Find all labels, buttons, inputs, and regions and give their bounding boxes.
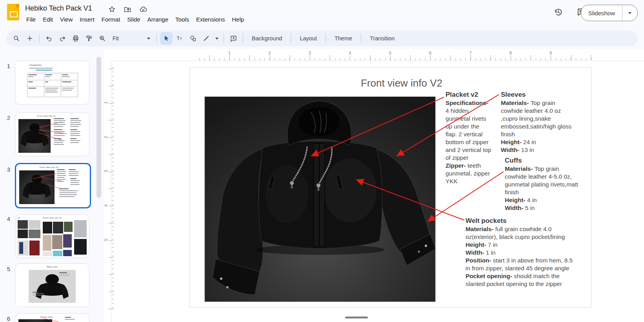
annotation-paragraph: Height- 24 in xyxy=(501,138,578,146)
annotation-heading: Cuffs xyxy=(505,156,582,165)
slide-thumbnail-2[interactable]: Front view info v1 xyxy=(15,112,89,156)
annotation-paragraph: Width- 1 in xyxy=(466,249,579,257)
line-tool-dropdown-icon[interactable] xyxy=(213,32,220,45)
annotation-paragraph: Height- 7 in xyxy=(466,241,579,249)
textbox-placket[interactable]: Placket v2Specifications-4 hidden gunmet… xyxy=(446,90,492,185)
menu-item-file[interactable]: File xyxy=(23,15,39,24)
paint-format-button[interactable] xyxy=(83,32,95,45)
select-tool-button[interactable] xyxy=(160,32,173,45)
menu-item-format[interactable]: Format xyxy=(98,15,124,24)
h-ruler-number-2: 2 xyxy=(268,51,271,55)
v-ruler-number-5: 5 xyxy=(104,239,108,241)
document-title[interactable]: Hebiko Tech Pack V1 xyxy=(25,4,92,13)
annotation-paragraph: 4 hidden gunmetal rivets up under the fl… xyxy=(446,107,492,162)
h-ruler-number-9: 9 xyxy=(549,51,552,55)
thumb6-title: Interior view xyxy=(15,316,89,318)
text-box-button[interactable]: TT xyxy=(173,32,186,45)
h-ruler-number-8: 8 xyxy=(509,51,512,55)
menu-item-slide[interactable]: Slide xyxy=(124,15,144,24)
zoom-icon[interactable] xyxy=(96,32,109,45)
h-ruler-number-1: 1 xyxy=(228,51,231,55)
version-history-icon[interactable] xyxy=(554,7,563,17)
layout-button[interactable]: Layout xyxy=(294,32,322,45)
thumb5-title: Back view xyxy=(15,266,89,268)
textbox-sleeves[interactable]: SleevesMaterials- Top grain cowhide leat… xyxy=(501,90,578,154)
annotation-heading: Welt pockets xyxy=(466,217,579,225)
menu-item-tools[interactable]: Tools xyxy=(172,15,193,24)
slide-number-5: 5 xyxy=(5,266,13,272)
slide-number-6: 6 xyxy=(5,315,13,322)
annotation-paragraph: Materials- Top grain cowhide leather 4-5… xyxy=(505,165,582,196)
slide-thumbnail-4[interactable]: ref. Front view info v3 xyxy=(15,214,89,258)
h-ruler-number-7: 7 xyxy=(469,51,471,55)
textbox-welt-pockets[interactable]: Welt pocketsMaterials- full grain cowhid… xyxy=(466,217,579,288)
zoom-value: Fit xyxy=(113,35,119,42)
v-ruler-number-3: 3 xyxy=(104,170,108,172)
zoom-dropdown-icon xyxy=(147,38,150,40)
menu-item-help[interactable]: Help xyxy=(228,15,247,24)
annotation-heading: Placket v2 xyxy=(446,90,492,99)
menu-item-extensions[interactable]: Extensions xyxy=(193,15,228,24)
thumb3-title: Front view info V2 xyxy=(15,166,90,168)
thumb1-title: Introduction xyxy=(29,64,42,66)
v-ruler-number-1: 1 xyxy=(104,101,108,104)
annotation-paragraph: Width- 5 in xyxy=(505,204,582,212)
h-ruler-number-6: 6 xyxy=(429,51,431,55)
new-slide-button[interactable] xyxy=(24,32,36,45)
google-slides-app: Hebiko Tech Pack V1 FileEditViewInsertFo… xyxy=(0,0,644,322)
slideshow-button[interactable]: Slideshow xyxy=(581,5,638,21)
annotation-paragraph: Position- start 3 in above from hem, 8.5… xyxy=(466,257,579,272)
slide-number-3: 3 xyxy=(5,166,13,173)
filmstrip-scrollbar[interactable] xyxy=(96,57,101,198)
h-ruler-number-4: 4 xyxy=(349,51,351,55)
slideshow-label: Slideshow xyxy=(581,10,622,16)
slide-title-textbox[interactable]: Front view info V2 xyxy=(319,77,484,89)
slide-thumbnail-1[interactable]: Introduction xyxy=(15,61,89,105)
line-tool-button[interactable] xyxy=(200,32,213,45)
annotation-paragraph: Pocket opening- should match the slanted… xyxy=(466,272,579,288)
slideshow-dropdown[interactable] xyxy=(622,5,637,21)
zoom-select[interactable]: Fit xyxy=(109,35,153,42)
slide-thumbnail-3-selected[interactable]: Front view info V2 xyxy=(15,163,91,208)
slides-logo-icon[interactable] xyxy=(7,4,19,20)
insert-comment-button[interactable] xyxy=(227,32,240,45)
menu-item-view[interactable]: View xyxy=(56,15,76,24)
canvas-horizontal-scrollbar[interactable] xyxy=(345,317,368,318)
annotation-paragraph: Width- 13 in xyxy=(501,146,578,154)
star-icon[interactable] xyxy=(108,5,116,13)
slide-number-4: 4 xyxy=(5,215,13,222)
textbox-cuffs[interactable]: CuffsMaterials- Top grain cowhide leathe… xyxy=(505,156,582,212)
menu-item-insert[interactable]: Insert xyxy=(76,15,98,24)
redo-button[interactable] xyxy=(56,32,69,45)
menu-bar: FileEditViewInsertFormatSlideArrangeTool… xyxy=(23,15,247,24)
transition-button[interactable]: Transition xyxy=(364,32,400,45)
v-ruler-number-4: 4 xyxy=(104,204,108,206)
search-menus-button[interactable] xyxy=(10,32,23,45)
svg-text:T: T xyxy=(177,35,180,41)
annotation-paragraph: Specifications- xyxy=(446,99,492,107)
logo-page-glyph xyxy=(10,11,18,17)
slide-number-2: 2 xyxy=(5,114,13,121)
cloud-saved-icon[interactable] xyxy=(139,5,147,13)
annotation-paragraph: Materials- full grain cowhide 4.0 oz(ext… xyxy=(466,225,579,241)
annotation-paragraph: Zipper- teeth gunmetal, zipper YKK xyxy=(446,162,492,185)
annotation-heading: Sleeves xyxy=(501,90,578,99)
jacket-image[interactable] xyxy=(204,96,436,302)
logo-fold xyxy=(16,4,19,7)
h-ruler-number-3: 3 xyxy=(309,51,311,55)
editing-canvas: 123456789 12345 Front view info V2 xyxy=(104,49,644,322)
h-ruler-number-5: 5 xyxy=(389,51,391,55)
move-to-folder-icon[interactable] xyxy=(124,5,131,13)
theme-button[interactable]: Theme xyxy=(329,32,358,45)
slide-page[interactable]: Front view info V2 xyxy=(189,67,591,308)
menu-item-arrange[interactable]: Arrange xyxy=(144,15,172,24)
background-button[interactable]: Background xyxy=(246,32,287,45)
thumb2-title: Front view info v1 xyxy=(15,115,89,117)
shape-tool-button[interactable] xyxy=(187,32,199,45)
slide-thumbnail-6[interactable]: Interior view xyxy=(15,313,89,322)
print-button[interactable] xyxy=(69,32,82,45)
thumb4-title: Front view info v3 xyxy=(15,217,89,219)
slide-thumbnail-5[interactable]: Back view xyxy=(15,263,89,307)
menu-item-edit[interactable]: Edit xyxy=(39,15,56,24)
undo-button[interactable] xyxy=(43,32,55,45)
